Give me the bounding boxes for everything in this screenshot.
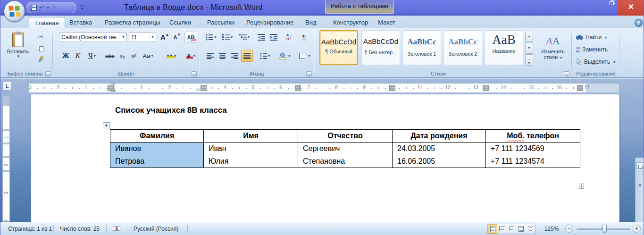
paragraph-dialog-launcher[interactable]	[306, 71, 312, 77]
bold-button[interactable]: Ж	[60, 50, 72, 62]
show-marks-button[interactable]: ¶	[298, 32, 310, 42]
document-page[interactable]: Список учащихся 8В класса + Фамилия Имя …	[31, 94, 619, 222]
justify-button[interactable]	[241, 50, 253, 62]
language-indicator[interactable]: Русский (Россия)	[134, 226, 178, 232]
minimize-button[interactable]: —	[585, 0, 601, 11]
numbering-button[interactable]: ▾	[219, 32, 235, 42]
tab-stop-selector[interactable]: L	[2, 81, 12, 91]
table-column-marker[interactable]	[108, 85, 114, 91]
proofing-status-icon[interactable]: ×	[113, 225, 121, 232]
scroll-up-icon[interactable]: ▲	[636, 182, 644, 187]
office-button[interactable]	[4, 0, 25, 22]
italic-button[interactable]: К	[72, 50, 84, 62]
line-spacing-button[interactable]: ▾	[256, 50, 273, 62]
style-title[interactable]: AaB Название	[485, 30, 523, 65]
font-name-combobox[interactable]: Calibri (Основной тек ▼	[59, 32, 127, 42]
ruler-toggle-button[interactable]	[636, 162, 644, 170]
cut-button[interactable]: ✂	[34, 32, 47, 42]
table-cell[interactable]: Сергеевич	[298, 143, 393, 155]
outline-view-icon[interactable]	[516, 224, 526, 234]
clear-formatting-button[interactable]: АВ	[184, 32, 197, 42]
shading-button[interactable]: ▾	[276, 50, 293, 62]
table-cell-selected[interactable]: Иванов	[110, 143, 204, 155]
select-button[interactable]: Выделить▾	[576, 57, 615, 67]
styles-scroll-down-icon[interactable]: ▼	[525, 42, 533, 54]
zoom-slider-thumb[interactable]	[602, 225, 607, 233]
style-heading2[interactable]: AaBbCc Заголовок 2	[443, 30, 482, 65]
tab-page-layout[interactable]: Разметка страницы	[99, 17, 167, 28]
table-resize-handle-icon[interactable]	[579, 184, 584, 189]
grow-font-button[interactable]: А▲	[159, 32, 171, 42]
close-button[interactable]: ✕	[618, 0, 644, 16]
customize-qat-icon[interactable]: —▾	[78, 4, 86, 11]
table-column-marker[interactable]	[201, 85, 207, 91]
shrink-font-button[interactable]: А▼	[171, 32, 183, 42]
copy-button[interactable]	[34, 43, 47, 53]
table-move-handle-icon[interactable]: +	[103, 122, 110, 129]
row-boundary-marker[interactable]	[3, 143, 9, 144]
row-boundary-marker[interactable]	[3, 129, 9, 131]
table-column-marker[interactable]	[295, 85, 301, 91]
tab-view[interactable]: Вид	[299, 17, 323, 28]
multilevel-list-button[interactable]: ▾	[236, 32, 253, 42]
tab-review[interactable]: Рецензирование	[240, 17, 300, 28]
table-header-cell[interactable]: Фамилия	[110, 130, 204, 143]
style-normal[interactable]: AaBbCcDd ¶ Обычный	[319, 30, 358, 65]
table-column-marker[interactable]	[577, 85, 583, 91]
align-center-button[interactable]	[217, 50, 228, 62]
font-size-combobox[interactable]: 11 ▼	[129, 32, 156, 42]
tab-table-layout[interactable]: Макет	[372, 17, 401, 28]
right-indent-marker[interactable]	[196, 88, 201, 91]
replace-button[interactable]: abac Заменить	[576, 45, 608, 54]
change-case-button[interactable]: Aa ▾	[140, 50, 156, 62]
zoom-in-icon[interactable]: +	[633, 225, 641, 233]
draft-view-icon[interactable]	[526, 224, 535, 234]
table-header-cell[interactable]: Имя	[204, 130, 298, 143]
table-column-marker[interactable]	[389, 85, 395, 91]
sort-button[interactable]: А Я ↓	[283, 32, 295, 42]
document-heading[interactable]: Список учащихся 8В класса	[115, 106, 227, 115]
tab-mailings[interactable]: Рассылки	[201, 17, 241, 28]
table-cell[interactable]: Степановна	[298, 155, 393, 168]
page-indicator[interactable]: Страница: 1 из 1	[8, 226, 52, 232]
row-boundary-marker[interactable]	[3, 170, 9, 172]
underline-button[interactable]: Ч ▾	[84, 50, 100, 62]
align-right-button[interactable]	[229, 50, 241, 62]
fullscreen-reading-view-icon[interactable]	[497, 224, 507, 234]
print-layout-view-icon[interactable]	[488, 224, 497, 234]
increase-indent-button[interactable]	[268, 32, 279, 42]
help-icon[interactable]: ?	[635, 19, 643, 27]
table-header-cell[interactable]: Дата рождения	[393, 130, 486, 143]
style-no-spacing[interactable]: AaBbCcDd ¶ Без интер...	[361, 30, 400, 65]
format-painter-button[interactable]	[34, 54, 47, 65]
styles-scroll-up-icon[interactable]: ▲	[525, 31, 533, 42]
font-dialog-launcher[interactable]	[191, 71, 197, 77]
zoom-out-icon[interactable]: −	[565, 225, 573, 233]
paste-button[interactable]: Вставить ▼	[5, 31, 31, 67]
styles-dialog-launcher[interactable]	[564, 71, 569, 77]
web-layout-view-icon[interactable]	[507, 224, 516, 234]
text-highlight-button[interactable]: ab ▾	[162, 50, 180, 62]
font-color-button[interactable]: А ▾	[182, 50, 199, 62]
table-header-cell[interactable]: Отчество	[298, 130, 393, 143]
row-boundary-marker[interactable]	[3, 156, 9, 158]
restore-button[interactable]	[602, 0, 618, 11]
word-count[interactable]: Число слов: 25	[60, 226, 100, 232]
table-cell[interactable]: 16.06.2005	[393, 155, 486, 168]
tab-home[interactable]: Главная	[29, 17, 65, 28]
undo-dropdown-icon[interactable]: ▾	[47, 6, 49, 10]
save-icon[interactable]	[31, 5, 37, 11]
table-cell[interactable]: Иван	[204, 143, 298, 155]
table-cell[interactable]: Юлия	[204, 155, 298, 168]
bullets-button[interactable]: ▾	[203, 32, 219, 42]
strikethrough-button[interactable]: abc	[103, 50, 117, 62]
undo-icon[interactable]: ↶	[39, 4, 45, 11]
tab-table-design[interactable]: Конструктор	[327, 17, 374, 28]
table-cell[interactable]: +7 111 1234574	[486, 155, 580, 168]
horizontal-ruler[interactable]: 3211245678911121314151617	[29, 83, 619, 93]
table-cell[interactable]: +7 111 1234569	[486, 143, 580, 155]
vertical-ruler[interactable]: 1234	[2, 95, 10, 222]
subscript-button[interactable]: x₂	[117, 50, 128, 62]
clipboard-dialog-launcher[interactable]	[45, 71, 51, 77]
decrease-indent-button[interactable]	[255, 32, 267, 42]
